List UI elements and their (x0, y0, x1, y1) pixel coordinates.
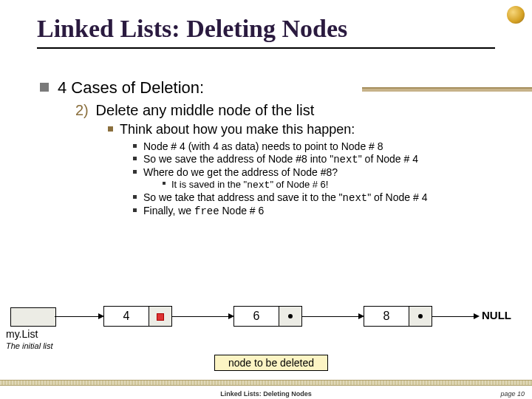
code-free: free (194, 205, 219, 217)
code-next: next (343, 192, 368, 204)
node-pointer (279, 307, 301, 326)
arrow-head-icon (474, 313, 480, 319)
arrow-line (301, 316, 361, 317)
point1: Node # 4 (with 4 as data) needs to point… (143, 140, 383, 152)
code-next: next (247, 180, 270, 191)
square-bullet-icon (133, 195, 137, 199)
square-bullet-icon (108, 126, 113, 132)
square-bullet-icon (163, 182, 166, 185)
mylist-head-box (10, 307, 56, 327)
bullet-level1: 4 Cases of Deletion: (37, 78, 495, 98)
footer-title: Linked Lists: Deleting Nodes (0, 390, 532, 398)
mylist-label: my.List (6, 328, 38, 340)
page-number: page 10 (500, 390, 525, 398)
footer-bar (0, 380, 532, 386)
initial-list-label: The initial list (6, 341, 53, 350)
point4a: So we take that address and save it to t… (143, 191, 343, 203)
square-bullet-icon (133, 208, 137, 212)
case-text: Delete any middle node of the list (96, 102, 315, 118)
case-number: 2) (75, 102, 92, 119)
point2b: " of Node # 4 (358, 153, 418, 165)
point4b: " of Node # 4 (367, 191, 427, 203)
node-value: 8 (364, 307, 409, 326)
bullet-level4: Node # 4 (with 4 as data) needs to point… (133, 140, 495, 152)
point5b: Node # 6 (219, 205, 265, 216)
square-bullet-icon (133, 144, 137, 148)
node-value: 6 (234, 307, 279, 326)
linked-list-diagram: my.List The initial list 4 6 8 NULL (0, 301, 532, 346)
bullet-level4: Where do we get the address of Node #8? (133, 166, 495, 178)
square-bullet-icon (133, 170, 137, 174)
node-value: 4 (104, 307, 149, 326)
ucf-logo-icon (507, 6, 525, 24)
pointer-dot-icon (288, 314, 293, 318)
bullet-level5: It is saved in the "next" of Node # 6! (163, 179, 495, 191)
arrow-line (432, 316, 476, 317)
point3sa: It is saved in the " (171, 179, 247, 190)
point2a: So we save the address of Node #8 into " (143, 153, 333, 165)
node-pointer (409, 307, 432, 326)
node-6: 6 (233, 306, 302, 327)
content: 4 Cases of Deletion: 2) Delete any middl… (37, 56, 495, 217)
point3sb: " of Node # 6! (270, 179, 328, 190)
bullet-level4: Finally, we free Node # 6 (133, 205, 495, 217)
node-8: 8 (364, 306, 432, 327)
point5a: Finally, we (143, 205, 194, 216)
code-next: next (333, 154, 358, 166)
delete-target-label: node to be deleted (214, 355, 328, 371)
think-text: Think about how you make this happen: (120, 122, 355, 137)
point3: Where do we get the address of Node #8? (143, 166, 338, 178)
square-bullet-icon (133, 157, 137, 160)
red-marker-icon (157, 313, 164, 321)
null-label: NULL (482, 309, 511, 321)
square-bullet-icon (40, 83, 49, 92)
arrow-line (55, 316, 100, 317)
bullet-level2: 2) Delete any middle node of the list (75, 102, 495, 119)
pointer-dot-icon (418, 314, 423, 318)
arrow-line (171, 316, 231, 317)
slide: Linked Lists: Deleting Nodes 4 Cases of … (0, 0, 532, 399)
bullet-level3: Think about how you make this happen: (108, 122, 495, 137)
bullet-level4: So we take that address and save it to t… (133, 191, 495, 204)
slide-title: Linked Lists: Deleting Nodes (37, 15, 495, 49)
cases-heading: 4 Cases of Deletion: (58, 78, 204, 97)
bullet-level4: So we save the address of Node #8 into "… (133, 153, 495, 166)
